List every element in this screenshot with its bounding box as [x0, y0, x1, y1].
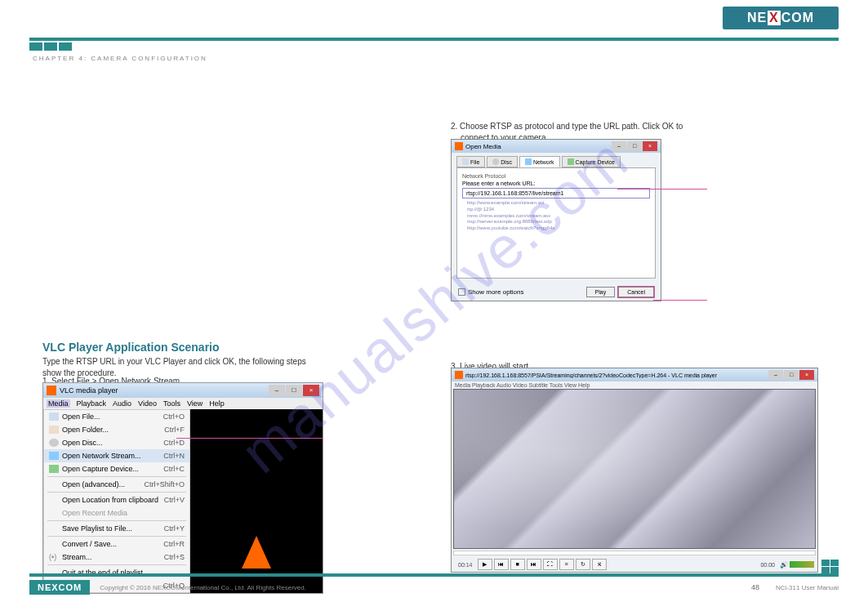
- network-protocol-label: Network Protocol: [462, 173, 650, 179]
- open-media-footer: Show more options Play Cancel: [452, 283, 661, 301]
- menu-item-convert[interactable]: Convert / Save...Ctrl+R: [44, 537, 189, 551]
- header-rule: [29, 38, 839, 41]
- footer-page: 48: [751, 583, 759, 591]
- brand-logo: NEXCOM: [723, 7, 839, 29]
- vlc-icon: [47, 386, 56, 395]
- vlc-video-area: [190, 409, 323, 593]
- vlc-cone-icon: [242, 536, 271, 569]
- footer-blocks: [821, 560, 839, 573]
- menu-audio[interactable]: Audio: [113, 399, 131, 408]
- url-prompt: Please enter a network URL:: [462, 181, 650, 186]
- vlc-menu-screenshot: VLC media player – □ × Media Playback Au…: [42, 382, 323, 594]
- footer-logo: NEXCOM: [29, 580, 90, 595]
- menu-item-open-recent[interactable]: Open Recent Media: [44, 506, 189, 520]
- menu-item-open-advanced[interactable]: Open (advanced)...Ctrl+Shift+O: [44, 478, 189, 491]
- video-controls: 00:14 ▶ ⏮ ■ ⏭ ⛶ ≡ ↻ ⤨ 00:00 🔊: [452, 557, 817, 572]
- menu-item-open-clipboard[interactable]: Open Location from clipboardCtrl+V: [44, 493, 189, 506]
- chapter-label: CHAPTER 4: CAMERA CONFIGURATION: [33, 54, 207, 63]
- minimize-icon[interactable]: –: [269, 385, 285, 396]
- menu-item-save-playlist[interactable]: Save Playlist to File...Ctrl+Y: [44, 522, 189, 535]
- play-button[interactable]: Play: [586, 287, 616, 297]
- page-header: NEXCOM: [0, 0, 868, 49]
- url-examples: http://www.example.com/stream.avi rtp://…: [462, 200, 650, 232]
- maximize-icon[interactable]: □: [627, 141, 642, 151]
- step2-text1: 2. Choose RTSP as protocol and type the …: [451, 121, 683, 132]
- maximize-icon[interactable]: □: [784, 370, 799, 380]
- tab-capture[interactable]: Capture Device: [562, 156, 621, 167]
- callout-line-cancel: [653, 300, 707, 301]
- close-icon[interactable]: ×: [643, 141, 657, 151]
- next-button[interactable]: ⏭: [527, 559, 541, 570]
- open-media-titlebar: Open Media – □ ×: [452, 140, 661, 153]
- menu-view[interactable]: View: [187, 399, 203, 408]
- fullscreen-button[interactable]: ⛶: [543, 559, 558, 570]
- play-button[interactable]: ▶: [478, 559, 492, 570]
- menu-item-open-capture[interactable]: Open Capture Device...Ctrl+C: [44, 462, 189, 475]
- menu-help[interactable]: Help: [209, 399, 225, 408]
- callout-line-url: [617, 189, 707, 190]
- video-canvas: [453, 389, 816, 549]
- menu-video[interactable]: Video: [138, 399, 157, 408]
- tab-network[interactable]: Network: [519, 156, 560, 167]
- minimize-icon[interactable]: –: [612, 141, 626, 151]
- menu-playback[interactable]: Playback: [77, 399, 107, 408]
- close-icon[interactable]: ×: [799, 370, 814, 380]
- loop-button[interactable]: ↻: [576, 559, 590, 570]
- footer-copyright: Copyright © 2016 NEXCOM International Co…: [100, 584, 306, 591]
- more-options-label: Show more options: [468, 288, 523, 296]
- menu-item-open-file[interactable]: Open File...Ctrl+O: [44, 410, 189, 423]
- network-panel: Network Protocol Please enter a network …: [456, 167, 656, 279]
- seek-bar[interactable]: [453, 551, 816, 555]
- time-total: 00:00: [760, 562, 775, 568]
- footer-manual: NCi-311 User Manual: [776, 584, 839, 591]
- video-menubar[interactable]: Media Playback Audio Video Subtitle Tool…: [452, 381, 817, 389]
- shuffle-button[interactable]: ⤨: [592, 559, 607, 570]
- minimize-icon[interactable]: –: [768, 370, 783, 380]
- playlist-button[interactable]: ≡: [559, 559, 574, 570]
- mute-icon[interactable]: 🔊: [780, 561, 788, 569]
- section-title: VLC Player Application Scenario: [42, 340, 220, 356]
- video-titlebar: rtsp://192.168.1.168:8557/PSIA/Streaming…: [452, 368, 817, 381]
- video-screenshot: rtsp://192.168.1.168:8557/PSIA/Streaming…: [451, 368, 818, 573]
- callout-line-1: [176, 438, 323, 439]
- menu-media[interactable]: Media: [47, 399, 70, 408]
- more-options-checkbox[interactable]: [458, 288, 465, 296]
- menu-item-stream[interactable]: (•)Stream...Ctrl+S: [44, 551, 189, 564]
- menu-item-open-network-stream[interactable]: Open Network Stream...Ctrl+N: [44, 449, 189, 462]
- open-media-tabs: File Disc Network Capture Device: [452, 153, 661, 167]
- open-media-screenshot: Open Media – □ × File Disc Network Captu…: [451, 139, 661, 301]
- time-elapsed: 00:14: [458, 562, 473, 568]
- stop-button[interactable]: ■: [510, 559, 525, 570]
- maximize-icon[interactable]: □: [286, 385, 302, 396]
- tab-disc[interactable]: Disc: [487, 156, 518, 167]
- vlc-titlebar: VLC media player – □ ×: [43, 383, 323, 398]
- vlc-icon: [455, 371, 463, 379]
- menu-item-open-folder[interactable]: Open Folder...Ctrl+F: [44, 423, 189, 436]
- open-media-title: Open Media: [465, 143, 501, 150]
- menu-tools[interactable]: Tools: [163, 399, 180, 408]
- header-blocks: [29, 42, 73, 51]
- menu-item-open-disc[interactable]: Open Disc...Ctrl+D: [44, 436, 189, 449]
- vlc-title: VLC media player: [60, 386, 118, 395]
- video-title: rtsp://192.168.1.168:8557/PSIA/Streaming…: [465, 372, 717, 378]
- media-dropdown: Open File...Ctrl+O Open Folder...Ctrl+F …: [43, 409, 190, 593]
- vlc-menubar: Media Playback Audio Video Tools View He…: [43, 398, 323, 409]
- vlc-icon: [455, 142, 463, 150]
- close-icon[interactable]: ×: [303, 385, 319, 396]
- page-footer: NEXCOM Copyright © 2016 NEXCOM Internati…: [29, 573, 839, 595]
- volume-slider[interactable]: [790, 561, 814, 568]
- tab-file[interactable]: File: [456, 156, 485, 167]
- cancel-button[interactable]: Cancel: [618, 287, 654, 297]
- prev-button[interactable]: ⏮: [494, 559, 509, 570]
